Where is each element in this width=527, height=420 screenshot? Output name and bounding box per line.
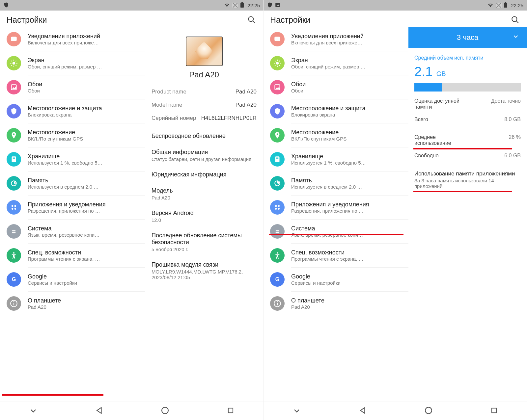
svg-rect-54 [276, 158, 279, 159]
settings-row-message[interactable]: Уведомления приложенийВключены для всех … [264, 27, 408, 51]
status-bar: 22:25 [264, 0, 527, 11]
settings-row-subtitle: Блокировка экрана [291, 112, 405, 118]
nav-home-icon[interactable] [424, 406, 433, 416]
shield-icon [270, 104, 285, 118]
svg-point-56 [275, 205, 277, 207]
page-title: Настройки [270, 15, 311, 25]
svg-line-39 [516, 21, 518, 23]
settings-row-google[interactable]: GGoogleСервисы и настройки [0, 268, 145, 291]
settings-row-brightness[interactable]: ЭкранОбои, спящий режим, размер … [264, 51, 408, 75]
settings-row-info[interactable]: О планшетеPad A20 [264, 292, 408, 315]
nav-collapse-icon[interactable] [29, 406, 38, 416]
shield-icon [7, 104, 21, 118]
settings-row-subtitle: Обои, спящий режим, размер … [28, 64, 142, 69]
app-header: Настройки [264, 11, 527, 27]
device-image [186, 37, 223, 66]
system-nav-bar [0, 402, 263, 420]
search-button[interactable] [511, 15, 520, 25]
memory-avg-value: 2.1 GB [414, 64, 521, 79]
settings-row-subtitle: Разрешения, приложения по … [28, 208, 142, 214]
svg-point-26 [13, 252, 14, 253]
search-button[interactable] [247, 15, 257, 25]
settings-row-memory[interactable]: ПамятьИспользуется в среднем 2.0 … [264, 171, 408, 195]
svg-marker-15 [12, 87, 16, 89]
settings-row-subtitle: Язык, время, резервное копи… [28, 232, 142, 238]
nav-collapse-icon[interactable] [292, 406, 301, 416]
settings-row-location[interactable]: МестоположениеВКЛ./По спутникам GPS [0, 123, 145, 147]
settings-row-google[interactable]: GGoogleСервисы и настройки [264, 268, 408, 291]
settings-row-subtitle: Программы чтения с экрана, … [291, 256, 405, 262]
svg-line-46 [275, 61, 275, 61]
settings-row-subtitle: Обои [28, 88, 142, 93]
svg-rect-53 [275, 156, 280, 162]
settings-row-a11y[interactable]: Спец. возможностиПрограммы чтения с экра… [264, 244, 408, 267]
svg-marker-51 [276, 87, 280, 89]
settings-row-storage[interactable]: ХранилищеИспользуется 1 %, свободно 5… [264, 147, 408, 171]
nav-home-icon[interactable] [161, 406, 169, 416]
settings-row-system[interactable]: СистемаЯзык, время, резервное копи… [0, 220, 145, 243]
settings-row-shield[interactable]: Местоположение и защитаБлокировка экрана [0, 99, 145, 123]
svg-point-23 [14, 208, 16, 210]
device-info-item[interactable]: Прошивка модуля связиMOLY.LR9.W1444.MD.L… [152, 257, 257, 285]
settings-row-brightness[interactable]: ЭкранОбои, спящий режим, размер … [0, 51, 145, 75]
memory-stat-row: Среднее использование26 % [414, 131, 521, 149]
storage-icon [7, 152, 21, 167]
location-icon [7, 128, 21, 143]
memory-icon [7, 176, 21, 191]
settings-row-title: Местоположение и защита [291, 105, 405, 112]
device-name: Pad A20 [152, 70, 257, 79]
settings-row-title: О планшете [291, 297, 405, 304]
nav-back-icon[interactable] [359, 406, 367, 416]
settings-row-subtitle: Pad A20 [28, 304, 142, 310]
device-spec-row: Model namePad A20 [152, 98, 257, 112]
settings-row-a11y[interactable]: Спец. возможностиПрограммы чтения с экра… [0, 244, 145, 267]
device-info-item[interactable]: Версия Android12.0 [152, 205, 257, 227]
nav-back-icon[interactable] [95, 406, 104, 416]
settings-row-apps[interactable]: Приложения и уведомленияРазрешения, прил… [0, 196, 145, 219]
settings-row-subtitle: Используется 1 %, свободно 5… [291, 160, 405, 166]
settings-row-subtitle: Используется в среднем 2.0 … [291, 184, 405, 190]
svg-rect-1 [241, 2, 243, 3]
settings-row-location[interactable]: МестоположениеВКЛ./По спутникам GPS [264, 123, 408, 147]
settings-row-wallpaper[interactable]: ОбоиОбои [0, 75, 145, 99]
settings-row-apps[interactable]: Приложения и уведомленияРазрешения, прил… [264, 196, 408, 219]
settings-row-storage[interactable]: ХранилищеИспользуется 1 %, свободно 5… [0, 147, 145, 171]
svg-line-47 [279, 65, 280, 66]
device-info-item[interactable]: Последнее обновление системы безопасност… [152, 227, 257, 257]
highlight-underline-free [413, 191, 512, 192]
status-bar: 22:25 [0, 0, 263, 11]
settings-row-message[interactable]: Уведомления приложенийВключены для всех … [0, 27, 145, 51]
settings-row-memory[interactable]: ПамятьИспользуется в среднем 2.0 … [0, 171, 145, 195]
app-header: Настройки [0, 11, 263, 27]
device-info-item[interactable]: Беспроводное обновление [152, 128, 257, 144]
svg-rect-69 [492, 408, 496, 413]
device-info-item[interactable]: Общая информацияСтатус батареи, сети и д… [152, 144, 257, 167]
nav-recent-icon[interactable] [227, 407, 235, 416]
storage-icon [270, 152, 285, 167]
battery-icon [504, 2, 508, 9]
settings-row-wallpaper[interactable]: ОбоиОбои [264, 75, 408, 99]
settings-row-title: Экран [28, 57, 142, 64]
message-icon [270, 32, 285, 46]
settings-row-title: Обои [28, 81, 142, 88]
device-info-item[interactable]: МодельPad A20 [152, 183, 257, 205]
wallpaper-icon [270, 80, 285, 94]
settings-row-system[interactable]: СистемаЯзык, время, резервное копи… [264, 220, 408, 243]
highlight-underline-about [2, 394, 103, 396]
svg-rect-34 [275, 3, 280, 7]
nav-recent-icon[interactable] [490, 407, 498, 416]
svg-rect-60 [276, 230, 279, 231]
device-info-item[interactable]: Юридическая информация [152, 167, 257, 183]
memory-period-selector[interactable]: 3 часа [408, 27, 527, 48]
svg-point-68 [426, 407, 432, 414]
svg-point-16 [13, 133, 15, 135]
svg-point-57 [278, 205, 280, 207]
settings-row-title: Уведомления приложений [291, 33, 405, 40]
settings-row-title: Хранилище [291, 153, 405, 160]
settings-row-info[interactable]: О планшетеPad A20 [0, 292, 145, 315]
svg-point-66 [277, 301, 278, 302]
settings-row-shield[interactable]: Местоположение и защитаБлокировка экрана [264, 99, 408, 123]
settings-row-title: Система [291, 225, 405, 232]
memory-avg-label: Средний объем исп. памяти [414, 55, 521, 61]
settings-row-subtitle: Сервисы и настройки [291, 280, 405, 286]
